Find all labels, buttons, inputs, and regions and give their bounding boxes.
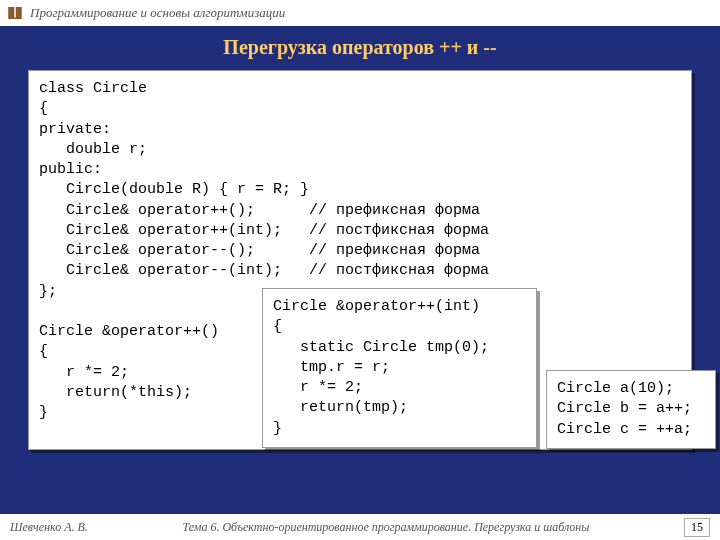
footer-bar: Шевченко А. В. Тема 6. Объектно-ориентир… [0, 512, 720, 540]
footer-topic: Тема 6. Объектно-ориентированное програм… [88, 520, 684, 535]
code-block-usage: Circle a(10); Circle b = a++; Circle c =… [546, 370, 716, 449]
course-title: Программирование и основы алгоритмизации [30, 5, 285, 21]
code-block-postfix: Circle &operator++(int) { static Circle … [262, 288, 537, 448]
slide: Программирование и основы алгоритмизации… [0, 0, 720, 540]
page-number: 15 [684, 518, 710, 537]
slide-title: Перегрузка операторов ++ и -- [0, 36, 720, 59]
header-bar: Программирование и основы алгоритмизации [0, 0, 720, 28]
footer-author: Шевченко А. В. [10, 520, 88, 535]
book-icon [6, 4, 24, 22]
